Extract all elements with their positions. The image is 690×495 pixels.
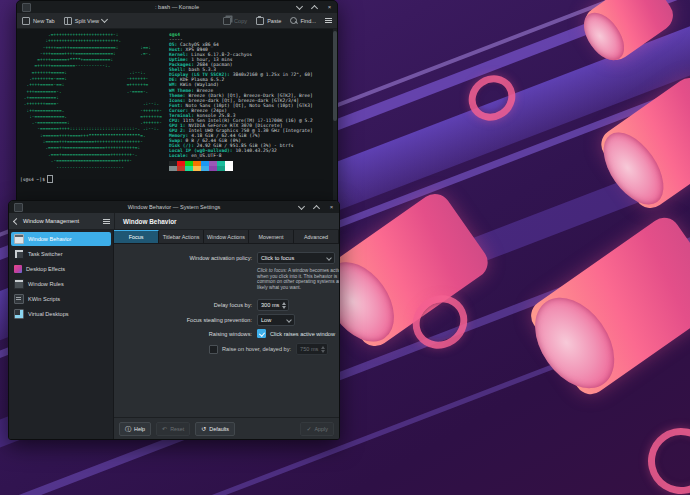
chevron-down-icon xyxy=(326,255,332,261)
sidebar-item-task-switcher[interactable]: Task Switcher xyxy=(11,247,111,261)
palette-swatch xyxy=(169,166,177,171)
tab-movement[interactable]: Movement xyxy=(249,230,294,243)
minimize-button[interactable] xyxy=(298,204,305,211)
desktop: : bash — Konsole × New Tab Split View Co… xyxy=(0,0,690,495)
paste-button[interactable]: Paste xyxy=(256,17,281,25)
focus-stealing-value: Low xyxy=(261,317,283,323)
settings-titlebar[interactable]: Window Behavior — System Settings × xyxy=(9,201,339,213)
reset-icon: ↶ xyxy=(162,426,167,432)
sidebar-item-virtual-desktops[interactable]: Virtual Desktops xyxy=(11,307,111,321)
sidebar-item-label: Virtual Desktops xyxy=(28,311,69,317)
back-label: Window Management xyxy=(23,218,99,224)
window-rules-icon xyxy=(14,279,24,289)
maximize-button[interactable] xyxy=(311,4,318,11)
maximize-icon xyxy=(311,4,318,11)
reset-button[interactable]: ↶ Reset xyxy=(156,422,190,436)
click-raises-checkbox[interactable] xyxy=(257,329,266,338)
raise-on-hover-checkbox[interactable] xyxy=(209,345,218,354)
terminal-viewport[interactable]: .=++++++++++++++++++++++-: :++++++++++++… xyxy=(17,29,337,203)
minimize-button[interactable] xyxy=(296,4,303,11)
sidebar-item-desktop-effects[interactable]: Desktop Effects xyxy=(11,262,111,276)
new-tab-label: New Tab xyxy=(33,18,55,24)
delay-focus-value: 300 ms xyxy=(261,302,279,308)
new-tab-button[interactable]: New Tab xyxy=(22,17,55,25)
shell-prompt: [s@s4 ~]$ xyxy=(20,175,53,183)
find-button[interactable]: Find... xyxy=(290,17,316,24)
search-icon xyxy=(290,17,297,24)
menu-button[interactable] xyxy=(325,18,332,23)
wallpaper-cylinder xyxy=(525,212,690,401)
click-raises-label: Click raises active window xyxy=(270,331,335,337)
maximize-button[interactable] xyxy=(313,204,320,211)
copy-button[interactable]: Copy xyxy=(223,17,247,25)
back-chevron-icon xyxy=(13,217,20,224)
raising-windows-label: Raising windows: xyxy=(114,331,257,337)
description-lead: Click to focus: xyxy=(257,268,287,273)
sidebar-item-label: Window Rules xyxy=(28,281,64,287)
page-title: Window Behavior xyxy=(115,218,177,225)
desktop-effects-icon xyxy=(14,265,22,273)
cachyos-ascii-logo: .=++++++++++++++++++++++-: :++++++++++++… xyxy=(21,32,162,171)
konsole-titlebar[interactable]: : bash — Konsole × xyxy=(17,1,337,13)
apply-button[interactable]: ✓ Apply xyxy=(300,422,334,436)
fetch-line: Locale: en_US.UTF-8 xyxy=(169,153,313,158)
prompt-text: [s@s4 ~]$ xyxy=(20,177,45,182)
defaults-icon: ↺ xyxy=(201,426,206,432)
tab-advanced[interactable]: Advanced xyxy=(294,230,339,243)
sidebar-item-label: Window Behavior xyxy=(28,236,72,242)
terminal-scrollbar[interactable] xyxy=(333,29,337,203)
delay-focus-label: Delay focus by: xyxy=(114,302,257,308)
sidebar-item-window-rules[interactable]: Window Rules xyxy=(11,277,111,291)
virtual-desktops-icon xyxy=(14,309,24,319)
konsole-toolbar: New Tab Split View Copy Paste Find... xyxy=(17,13,337,29)
close-button[interactable]: × xyxy=(328,204,335,211)
settings-sidebar: Window BehaviorTask SwitcherDesktop Effe… xyxy=(9,230,114,439)
settings-header: Window Management Window Behavior xyxy=(9,213,339,230)
task-switcher-icon xyxy=(14,249,24,259)
tab-bar: FocusTitlebar ActionsWindow ActionsMovem… xyxy=(114,230,339,244)
hover-delay-spinbox[interactable]: 750 ms xyxy=(296,343,328,355)
maximize-icon xyxy=(313,204,320,211)
hover-delay-value: 750 ms xyxy=(300,346,318,352)
defaults-button[interactable]: ↺ Defaults xyxy=(195,422,235,436)
palette-swatch xyxy=(217,166,225,171)
close-button[interactable]: × xyxy=(326,4,333,11)
sidebar-item-label: Task Switcher xyxy=(28,251,63,257)
focus-stealing-dropdown[interactable]: Low xyxy=(257,314,295,326)
sidebar-menu-button[interactable] xyxy=(103,219,110,224)
kwin-scripts-icon xyxy=(14,294,24,304)
help-button[interactable]: ⓘ Help xyxy=(119,422,151,436)
palette-swatch xyxy=(225,166,233,171)
konsole-window-title: : bash — Konsole xyxy=(17,4,337,10)
tab-window-actions[interactable]: Window Actions xyxy=(204,230,249,243)
help-icon: ⓘ xyxy=(125,426,131,432)
sidebar-item-label: KWin Scripts xyxy=(28,296,60,302)
raise-on-hover-label: Raise on hover, delayed by: xyxy=(222,346,291,352)
palette-swatch xyxy=(193,166,201,171)
scrollbar-thumb[interactable] xyxy=(333,31,337,121)
sidebar-item-window-behavior[interactable]: Window Behavior xyxy=(11,232,111,246)
fastfetch-output: s@s4-----OS: CachyOS x86_64Host: XPS 894… xyxy=(169,32,313,158)
palette-swatch xyxy=(201,166,209,171)
terminal-color-palette xyxy=(169,161,233,171)
konsole-window: : bash — Konsole × New Tab Split View Co… xyxy=(16,0,338,204)
delay-focus-spinbox[interactable]: 300 ms xyxy=(257,299,289,311)
activation-policy-dropdown[interactable]: Click to focus xyxy=(257,252,335,264)
copy-label: Copy xyxy=(234,18,247,24)
sidebar-item-kwin-scripts[interactable]: KWin Scripts xyxy=(11,292,111,306)
sidebar-item-label: Desktop Effects xyxy=(26,266,65,272)
policy-description: Click to focus: A window becomes active … xyxy=(257,268,340,290)
split-view-button[interactable]: Split View xyxy=(64,17,107,25)
help-label: Help xyxy=(134,426,145,432)
activation-policy-label: Window activation policy: xyxy=(114,255,257,261)
focus-stealing-label: Focus stealing prevention: xyxy=(114,317,257,323)
settings-footer: ⓘ Help ↶ Reset ↺ Defaults ✓ Apply xyxy=(114,417,339,439)
stepper-arrows-icon[interactable] xyxy=(282,302,286,309)
paste-icon xyxy=(256,17,264,25)
tab-titlebar-actions[interactable]: Titlebar Actions xyxy=(159,230,204,243)
focus-settings-form: Window activation policy: Click to focus… xyxy=(114,244,339,417)
tab-focus[interactable]: Focus xyxy=(114,230,159,243)
wallpaper-ring xyxy=(635,415,690,495)
settings-window-title: Window Behavior — System Settings xyxy=(9,204,339,210)
breadcrumb[interactable]: Window Management xyxy=(9,213,115,229)
